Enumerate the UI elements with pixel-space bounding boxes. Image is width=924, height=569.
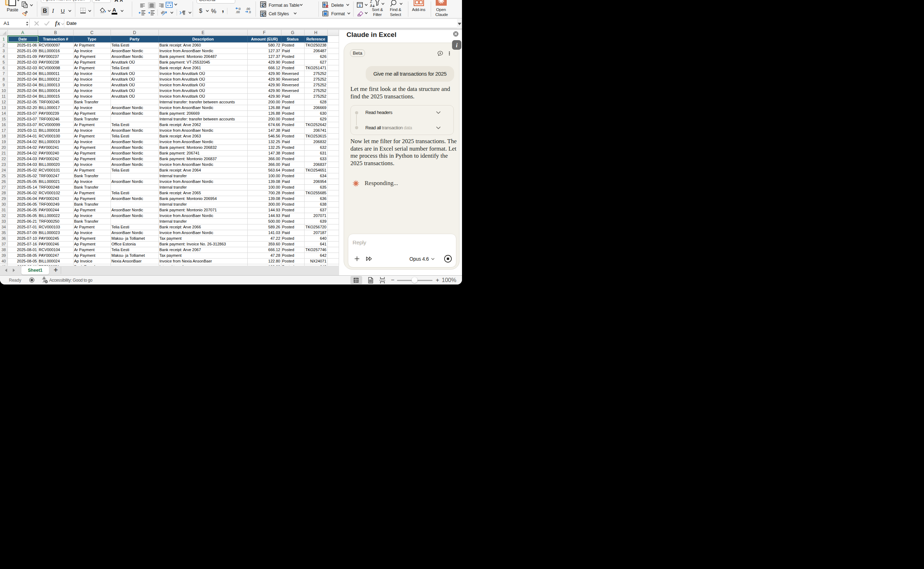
svg-text:.00: .00	[236, 10, 240, 14]
svg-text:A: A	[370, 3, 372, 8]
svg-text:ab: ab	[161, 9, 165, 15]
svg-text:.0: .0	[249, 10, 251, 14]
svg-text:i: i	[456, 42, 458, 49]
svg-text:Z: Z	[370, 0, 372, 3]
